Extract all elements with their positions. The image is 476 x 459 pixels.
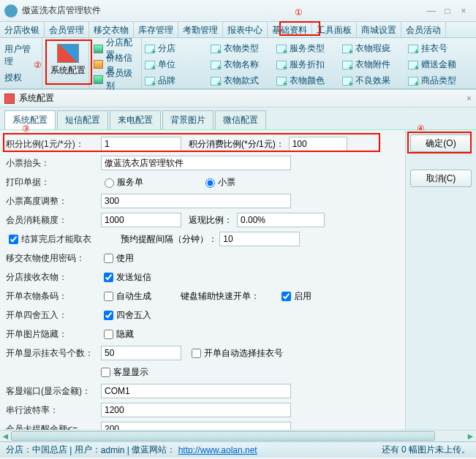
status-right: 还有 0 幅图片未上传。 xyxy=(382,444,470,456)
consume-quota-input[interactable] xyxy=(101,213,181,227)
scroll-right-arrow[interactable]: ► xyxy=(465,430,476,441)
cardremind-input[interactable] xyxy=(101,422,291,430)
callout-1: ① xyxy=(295,7,303,18)
member-icon xyxy=(94,75,103,84)
maximize-button[interactable]: □ xyxy=(439,6,456,16)
ribbon-grid-item[interactable]: 衣物款式 xyxy=(211,73,275,88)
tab-call-config[interactable]: 来电配置 xyxy=(110,110,161,129)
points-ratio-label: 积分比例(1元/*分)： xyxy=(6,138,101,151)
baud-input[interactable] xyxy=(101,403,291,417)
grid-icon xyxy=(145,77,155,86)
ribbon-grid-item[interactable]: 衣物颜色 xyxy=(276,73,341,88)
tab-strip: 系统配置 短信配置 来电配置 背景图片 微信配置 ③ ④ xyxy=(0,107,476,130)
menu-item[interactable]: 报表中心 xyxy=(223,22,268,37)
roport-input[interactable] xyxy=(101,384,291,398)
tab-bg-image[interactable]: 背景图片 xyxy=(162,110,214,129)
menu-item[interactable]: 库存管理 xyxy=(134,22,178,37)
child-titlebar: 系统配置 × xyxy=(0,90,476,107)
menu-bar: 分店收银 会员管理 移交衣物 库存管理 考勤管理 报表中心 基础资料 工具面板 … xyxy=(0,22,476,38)
menu-item[interactable]: 商城设置 xyxy=(357,22,401,37)
hideimg-label: 开单图片隐藏： xyxy=(6,328,101,341)
receipt-height-label: 小票高度调整： xyxy=(6,195,101,208)
callout-3: ③ xyxy=(22,124,30,134)
ribbon-grid-item[interactable]: 衣物类型 xyxy=(211,41,275,56)
receipt-label: 小票抬头： xyxy=(6,157,101,170)
ribbon-grid-item[interactable]: 衣物名称 xyxy=(211,57,275,72)
grid-icon xyxy=(342,77,352,86)
transfer-pwd-checkbox[interactable] xyxy=(104,254,113,263)
menu-item[interactable]: 移交衣物 xyxy=(89,22,134,37)
ribbon-grid-item[interactable]: 不良效果 xyxy=(342,73,407,88)
roshow-checkbox[interactable] xyxy=(101,368,110,377)
barcode-checkbox[interactable] xyxy=(104,292,113,301)
title-bar: 傲蓝洗衣店管理软件 — □ × xyxy=(0,0,476,22)
menu-item[interactable]: 分店收银 xyxy=(0,22,45,37)
ribbon-grid-item[interactable]: 商品类型 xyxy=(408,73,472,88)
grid-icon xyxy=(408,45,418,53)
grid-icon xyxy=(276,45,287,53)
child-close-button[interactable]: × xyxy=(466,94,472,104)
minimize-button[interactable]: — xyxy=(423,6,439,16)
ribbon-grid-item[interactable]: 赠送金额 xyxy=(408,57,472,72)
app-logo xyxy=(4,4,18,18)
hideimg-checkbox[interactable] xyxy=(104,330,113,339)
tab-wechat-config[interactable]: 微信配置 xyxy=(215,110,266,129)
ribbon-grid-item[interactable]: 单位 xyxy=(145,57,209,72)
menu-item[interactable]: 工具面板 xyxy=(312,22,357,37)
menu-item[interactable]: 会员活动 xyxy=(401,22,446,37)
transfer-pwd-label: 移交衣物使用密码： xyxy=(6,252,101,265)
ribbon-list: 分店配置 价格信息 会员级别 xyxy=(89,38,142,88)
config-icon xyxy=(94,45,103,53)
print-label: 打印单据： xyxy=(6,176,101,189)
ribbon-grid-item[interactable]: 挂衣号 xyxy=(408,41,472,56)
scroll-thumb[interactable] xyxy=(11,431,435,441)
keyboard-label: 键盘辅助快速开单： xyxy=(181,290,260,303)
grid-icon xyxy=(408,61,418,69)
print-radio-receipt[interactable] xyxy=(205,178,215,188)
points-ratio-input[interactable] xyxy=(101,137,181,151)
status-branch: 中国总店 xyxy=(32,444,67,456)
ribbon-list-item[interactable]: 会员级别 xyxy=(94,72,137,87)
rebate-input[interactable] xyxy=(237,213,325,227)
ribbon-side-label[interactable]: 用户管理 xyxy=(4,43,37,68)
branch-accept-label: 分店接收衣物： xyxy=(6,271,101,284)
receipt-height-input[interactable] xyxy=(101,194,291,208)
cancel-button[interactable]: 取消(C) xyxy=(410,170,472,187)
consume-quota-label: 会员消耗额度： xyxy=(6,214,101,227)
menu-item[interactable]: 考勤管理 xyxy=(178,22,223,37)
receipt-input[interactable] xyxy=(101,156,291,170)
reserve-input[interactable] xyxy=(219,232,300,246)
ribbon-side-label[interactable]: 授权 xyxy=(4,72,37,84)
close-button[interactable]: × xyxy=(456,6,472,16)
ok-button[interactable]: 确定(O) xyxy=(410,134,472,152)
points-consume-input[interactable] xyxy=(289,137,347,151)
ribbon-grid-item[interactable]: 品牌 xyxy=(145,73,209,88)
menu-item[interactable]: 会员管理 xyxy=(45,22,89,37)
branch-accept-checkbox[interactable] xyxy=(104,273,113,282)
ribbon-grid-item[interactable]: 分店 xyxy=(145,41,209,56)
round-label: 开单四舍五入： xyxy=(6,309,101,322)
system-config-button[interactable]: 系统配置 xyxy=(47,44,89,77)
grid-icon xyxy=(342,45,352,53)
ribbon-grid-item[interactable]: 服务类型 xyxy=(276,41,341,56)
status-user-label: 用户： xyxy=(75,444,101,456)
ribbon-grid-item[interactable]: 衣物附件 xyxy=(342,57,407,72)
grid-icon xyxy=(276,61,287,69)
tab-system-config[interactable]: 系统配置 xyxy=(4,110,56,129)
horizontal-scrollbar[interactable]: ◄ ► xyxy=(0,430,476,441)
print-radio-service[interactable] xyxy=(105,178,114,188)
menu-basic-data[interactable]: 基础资料 xyxy=(268,22,312,37)
price-icon xyxy=(94,60,103,69)
form-panel[interactable]: 积分比例(1元/*分)： 积分消费比例(*分/1元)： 小票抬头： 打印单据： … xyxy=(0,130,406,430)
hangauto-checkbox[interactable] xyxy=(192,349,201,358)
settle-checkbox[interactable] xyxy=(9,235,18,244)
round-checkbox[interactable] xyxy=(104,311,113,320)
scroll-left-arrow[interactable]: ◄ xyxy=(0,430,11,441)
ribbon-grid-item[interactable]: 衣物瑕疵 xyxy=(342,41,407,56)
hangcount-input[interactable] xyxy=(101,346,181,360)
grid-icon xyxy=(276,77,287,86)
status-url[interactable]: http://www.aolan.net xyxy=(178,445,257,455)
ribbon-grid-item[interactable]: 服务折扣 xyxy=(276,57,341,72)
tab-sms-config[interactable]: 短信配置 xyxy=(57,110,108,129)
keyboard-checkbox[interactable] xyxy=(282,292,291,301)
